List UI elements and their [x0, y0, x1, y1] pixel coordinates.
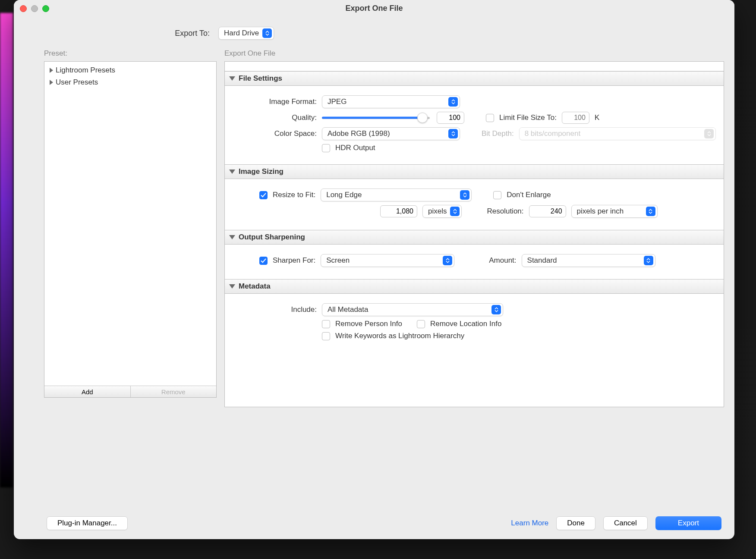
select-arrows-icon: [491, 305, 501, 314]
select-arrows-icon: [644, 256, 653, 265]
image-format-select[interactable]: JPEG: [322, 95, 460, 108]
quality-input[interactable]: [437, 112, 464, 124]
chevron-right-icon: [50, 80, 53, 85]
resolution-unit-select[interactable]: pixels per inch: [571, 205, 658, 218]
remove-location-checkbox[interactable]: [417, 320, 425, 328]
color-space-label: Color Space:: [233, 129, 317, 138]
select-arrows-icon: [704, 129, 714, 138]
section-image-sizing-header[interactable]: Image Sizing: [225, 164, 724, 179]
export-to-value: Hard Drive: [224, 29, 262, 38]
write-keywords-label: Write Keywords as Lightroom Hierarchy: [335, 332, 464, 340]
quality-label: Quality:: [233, 113, 317, 122]
preset-item-label: Lightroom Presets: [56, 66, 115, 75]
preset-remove-button: Remove: [131, 386, 217, 397]
chevron-down-icon: [229, 76, 235, 81]
chevron-down-icon: [229, 235, 235, 239]
color-space-value: Adobe RGB (1998): [328, 129, 448, 138]
resolution-unit-value: pixels per inch: [577, 207, 646, 216]
color-space-select[interactable]: Adobe RGB (1998): [322, 127, 460, 140]
done-button[interactable]: Done: [556, 516, 595, 530]
hdr-output-checkbox[interactable]: [322, 144, 330, 152]
dont-enlarge-checkbox[interactable]: [493, 191, 501, 199]
resize-to-fit-value: Long Edge: [326, 191, 460, 199]
preset-tree-item[interactable]: User Presets: [44, 76, 216, 88]
bit-depth-select: 8 bits/component: [519, 127, 716, 140]
export-button[interactable]: Export: [655, 516, 721, 530]
limit-filesize-checkbox[interactable]: [486, 114, 494, 122]
image-format-label: Image Format:: [233, 97, 317, 106]
select-arrows-icon: [450, 207, 460, 216]
section-title: File Settings: [239, 74, 282, 83]
resize-to-fit-checkbox[interactable]: [259, 191, 268, 199]
image-format-value: JPEG: [328, 97, 448, 106]
window-title: Export One File: [14, 4, 734, 13]
include-select[interactable]: All Metadata: [322, 303, 503, 316]
sharpen-for-value: Screen: [326, 256, 443, 265]
preset-list-box: Lightroom Presets User Presets Add Remov…: [44, 61, 217, 398]
chevron-down-icon: [229, 284, 235, 289]
limit-filesize-input: [562, 112, 589, 124]
include-label: Include:: [233, 305, 317, 314]
amount-value: Standard: [527, 256, 644, 265]
limit-filesize-label: Limit File Size To:: [499, 113, 557, 122]
preset-tree-item[interactable]: Lightroom Presets: [44, 64, 216, 76]
section-title: Output Sharpening: [239, 233, 305, 242]
select-arrows-icon: [443, 256, 452, 265]
amount-label: Amount:: [489, 256, 516, 265]
section-metadata-header[interactable]: Metadata: [225, 279, 724, 294]
resolution-input[interactable]: [529, 205, 566, 217]
preset-header: Preset:: [44, 49, 217, 61]
select-arrows-icon: [460, 190, 469, 200]
remove-person-checkbox[interactable]: [322, 320, 330, 328]
select-arrows-icon: [448, 129, 458, 138]
select-arrows-icon: [262, 28, 272, 38]
size-unit-select[interactable]: pixels: [422, 205, 462, 218]
export-to-label: Export To:: [14, 29, 212, 38]
export-to-select[interactable]: Hard Drive: [218, 27, 274, 40]
amount-select[interactable]: Standard: [522, 254, 655, 267]
select-arrows-icon: [448, 97, 458, 107]
preset-add-button[interactable]: Add: [44, 386, 131, 397]
remove-location-label: Remove Location Info: [430, 320, 501, 328]
include-value: All Metadata: [328, 305, 491, 314]
hdr-output-label: HDR Output: [335, 144, 375, 152]
sharpen-for-label: Sharpen For:: [273, 256, 315, 265]
resize-to-fit-select[interactable]: Long Edge: [321, 188, 472, 201]
chevron-down-icon: [229, 170, 235, 174]
limit-filesize-unit: K: [595, 113, 599, 122]
sharpen-for-select[interactable]: Screen: [321, 254, 454, 267]
cancel-button[interactable]: Cancel: [603, 516, 648, 530]
bit-depth-value: 8 bits/component: [525, 129, 704, 138]
resize-to-fit-label: Resize to Fit:: [273, 191, 315, 199]
section-file-settings-header[interactable]: File Settings: [225, 71, 724, 86]
chevron-right-icon: [50, 68, 53, 73]
size-value-input[interactable]: [380, 205, 417, 217]
preset-item-label: User Presets: [56, 78, 98, 87]
section-title: Image Sizing: [239, 167, 284, 176]
titlebar: Export One File: [14, 0, 734, 17]
section-title: Metadata: [239, 282, 271, 291]
resolution-label: Resolution:: [487, 207, 523, 216]
quality-slider[interactable]: [322, 112, 430, 124]
size-unit-value: pixels: [428, 207, 450, 216]
right-subtitle: Export One File: [224, 49, 724, 61]
write-keywords-checkbox[interactable]: [322, 332, 330, 340]
select-arrows-icon: [646, 207, 655, 216]
dont-enlarge-label: Don't Enlarge: [507, 191, 551, 199]
learn-more-link[interactable]: Learn More: [511, 519, 548, 528]
plugin-manager-button[interactable]: Plug-in Manager...: [47, 516, 128, 530]
export-dialog: Export One File Export To: Hard Drive Pr…: [14, 0, 734, 539]
settings-scroll-area[interactable]: File Settings Image Format: JPEG: [224, 61, 724, 407]
remove-person-label: Remove Person Info: [335, 320, 402, 328]
section-output-sharpening-header[interactable]: Output Sharpening: [225, 230, 724, 245]
bit-depth-label: Bit Depth:: [482, 129, 514, 138]
sharpen-for-checkbox[interactable]: [259, 257, 268, 265]
